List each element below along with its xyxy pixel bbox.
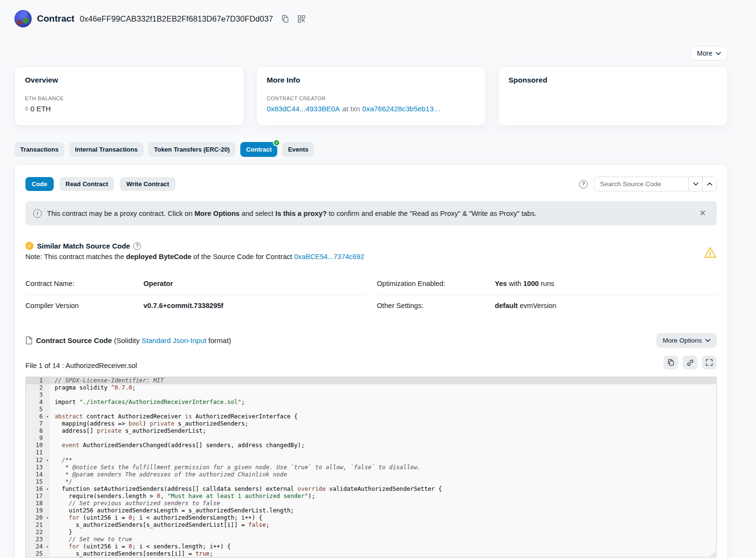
ethereum-icon: ◊ [25, 105, 28, 112]
code-line: 4import "./interfaces/AuthorizedReceiver… [26, 399, 716, 406]
line-number: 15 [26, 478, 50, 486]
creator-txn-link[interactable]: 0xa7662428c3b5eb13… [362, 105, 440, 113]
contract-panel: Code Read Contract Write Contract ? [14, 164, 728, 558]
line-number: 25 [26, 550, 50, 558]
tab-internal-transactions[interactable]: Internal Transactions [69, 142, 143, 157]
subtab-code[interactable]: Code [25, 177, 54, 191]
contract-name-row: Contract Name: Operator [25, 273, 366, 295]
code-line: 9 [26, 435, 716, 442]
search-source-code-input[interactable] [594, 177, 688, 191]
code-line: 24▾ for (uint256 i = 0; i < senders.leng… [26, 543, 716, 550]
code-line: 11 [26, 449, 716, 456]
other-settings-row: Other Settings: default evmVersion [377, 295, 717, 317]
more-button[interactable]: More [690, 46, 728, 60]
line-number: 11 [26, 449, 50, 456]
code-line: 8 address[] private s_authorizedSenderLi… [26, 427, 716, 435]
creator-address-link[interactable]: 0x83dC44...4933BE0A [267, 105, 340, 113]
tab-contract[interactable]: Contract ✓ [240, 142, 277, 157]
subtab-read-contract[interactable]: Read Contract [59, 177, 115, 191]
code-line: 7 mapping(address => bool) private s_aut… [26, 420, 716, 427]
contract-name-value: Operator [143, 280, 173, 287]
tab-transactions[interactable]: Transactions [14, 142, 64, 157]
code-line: 15 */ [26, 478, 716, 486]
compiler-version-label: Compiler Version [25, 302, 143, 309]
code-line: 20▾ for (uint256 i = 0; i < authorizedSe… [26, 514, 716, 522]
fold-arrow-icon[interactable]: ▾ [46, 486, 48, 493]
line-number: 23 [26, 536, 50, 543]
bytecode-contract-link[interactable]: 0xaBCE54...7374c692 [294, 253, 364, 261]
sponsored-card: Sponsored [498, 66, 728, 126]
tab-token-transfers[interactable]: Token Transfers (ERC-20) [148, 142, 236, 157]
file-info: File 1 of 14 : AuthorizedReceiver.sol [25, 362, 137, 369]
optimization-value: Yes with 1000 runs [495, 280, 555, 287]
contract-address: 0x46eFF99CAB332f1B2EB2Ff6813D67e7D30FDd0… [80, 14, 273, 24]
other-settings-value: default evmVersion [495, 302, 556, 309]
copy-address-icon[interactable] [281, 15, 289, 23]
contract-name-label: Contract Name: [25, 280, 143, 287]
subtab-write-contract[interactable]: Write Contract [120, 177, 175, 191]
eth-balance-value: 0 ETH [30, 105, 51, 113]
similar-match-check-icon: ✓ [25, 242, 34, 250]
code-lines: 1// SPDX-License-Identifier: MIT2pragma … [26, 377, 716, 558]
code-line: 23 // Set new to true [26, 536, 716, 543]
line-number: 10 [26, 442, 50, 449]
help-icon[interactable]: ? [579, 180, 588, 189]
code-line: 2pragma solidity ^0.7.0; [26, 384, 716, 392]
tab-events[interactable]: Events [282, 142, 314, 157]
line-number: 24▾ [26, 543, 50, 550]
code-line: 17 require(senders.length > 0, "Must hav… [26, 493, 716, 500]
json-input-format-link[interactable]: Standard Json-Input [142, 336, 206, 344]
code-line: 19 uint256 authorizedSendersLength = s_a… [26, 507, 716, 514]
fold-arrow-icon[interactable]: ▾ [46, 413, 48, 420]
line-number: 13 [26, 464, 50, 471]
line-number: 4 [26, 399, 50, 406]
line-number: 7 [26, 420, 50, 427]
line-number: 17 [26, 493, 50, 500]
search-prev-button[interactable] [702, 177, 716, 191]
line-number: 1 [26, 377, 50, 384]
code-line: 18 // Set previous authorized senders to… [26, 500, 716, 507]
help-icon[interactable]: ? [133, 242, 141, 250]
line-number: 8 [26, 427, 50, 435]
optimization-row: Optimization Enabled: Yes with 1000 runs [377, 273, 717, 295]
line-number: 2 [26, 384, 50, 392]
more-options-button[interactable]: More Options [656, 333, 717, 348]
fold-arrow-icon[interactable]: ▾ [46, 514, 48, 522]
code-line: 1// SPDX-License-Identifier: MIT [26, 377, 716, 384]
code-line: 6▾abstract contract AuthorizedReceiver i… [26, 413, 716, 420]
line-number: 22 [26, 529, 50, 536]
search-next-button[interactable] [688, 177, 702, 191]
overview-title: Overview [25, 76, 234, 84]
page-title: Contract [37, 13, 74, 24]
expand-button[interactable] [702, 356, 717, 369]
line-number: 14 [26, 471, 50, 478]
code-line: 3 [26, 392, 716, 399]
contract-creator-label: CONTRACT CREATOR [267, 95, 475, 101]
line-number: 19 [26, 507, 50, 514]
line-number: 3 [26, 392, 50, 399]
source-code-editor[interactable]: 1// SPDX-License-Identifier: MIT2pragma … [25, 377, 717, 558]
header-divider [0, 35, 756, 36]
permalink-button[interactable] [683, 356, 697, 369]
similar-match-note: Note: This contract matches the deployed… [25, 253, 704, 261]
code-line: 25 s_authorizedSenders[senders[i]] = tru… [26, 550, 716, 558]
fold-arrow-icon[interactable]: ▾ [46, 543, 48, 550]
copy-source-button[interactable] [663, 356, 678, 369]
info-icon: i [33, 209, 42, 218]
optimization-label: Optimization Enabled: [377, 280, 495, 287]
tab-bar: Transactions Internal Transactions Token… [14, 142, 728, 157]
more-info-title: More Info [267, 76, 475, 84]
close-icon[interactable]: ✕ [697, 207, 709, 219]
line-number: 6▾ [26, 413, 50, 420]
qr-code-icon[interactable] [297, 15, 306, 23]
warning-icon [704, 247, 717, 259]
line-number: 5 [26, 406, 50, 413]
chevron-down-icon [716, 52, 721, 55]
code-line: 16▾ function setAuthorizedSenders(addres… [26, 486, 716, 493]
fold-arrow-icon[interactable]: ▾ [46, 457, 48, 464]
code-line: 12▾ /** [26, 457, 716, 464]
details-right-column: Optimization Enabled: Yes with 1000 runs… [377, 273, 717, 317]
creator-mid-text: at txn [343, 105, 360, 113]
expand-icon [706, 359, 713, 366]
details-left-column: Contract Name: Operator Compiler Version… [25, 273, 366, 317]
